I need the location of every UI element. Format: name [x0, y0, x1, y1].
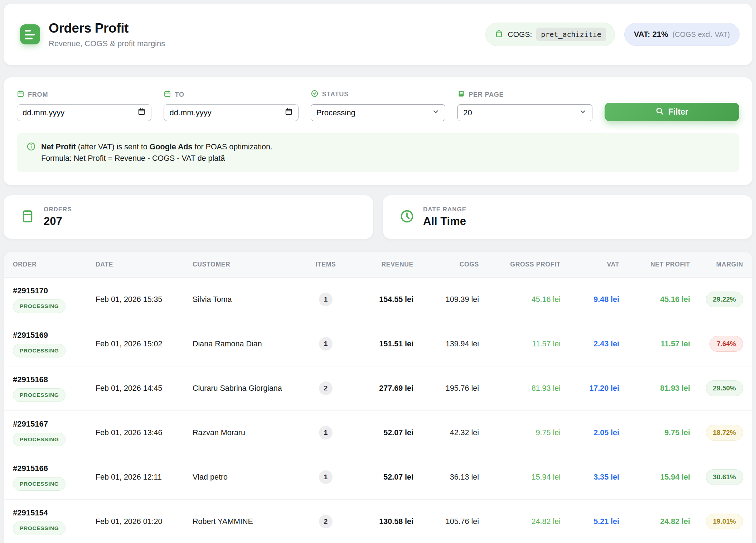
order-date: Feb 01, 2026 12:11	[96, 473, 193, 482]
col-revenue: REVENUE	[358, 261, 413, 268]
date-range-stat-card: DATE RANGE All Time	[383, 195, 752, 239]
from-date-input[interactable]: dd.mm.yyyy	[17, 104, 151, 121]
vat-value: 2.43 lei	[561, 340, 619, 349]
status-badge: PROCESSING	[13, 344, 66, 357]
gross-profit-value: 15.94 lei	[479, 473, 561, 482]
filter-button-label: Filter	[668, 107, 688, 117]
table-row[interactable]: #2915154 PROCESSING Feb 01, 2026 01:20 R…	[4, 500, 752, 543]
status-badge: PROCESSING	[13, 388, 66, 402]
cogs-value: 42.32 lei	[413, 428, 479, 437]
order-date: Feb 01, 2026 13:46	[96, 428, 193, 437]
status-selected-value: Processing	[316, 108, 355, 117]
order-date: Feb 01, 2026 15:35	[96, 295, 193, 304]
net-profit-value: 11.57 lei	[619, 340, 690, 349]
cogs-value: 36.13 lei	[413, 473, 479, 482]
to-label: TO	[164, 90, 298, 99]
items-count-chip: 1	[319, 293, 333, 306]
customer-name: Ciuraru Sabrina Giorgiana	[193, 384, 294, 393]
date-range-stat-value: All Time	[423, 215, 466, 228]
table-header: ORDER DATE CUSTOMER ITEMS REVENUE COGS G…	[4, 252, 752, 278]
per-page-select[interactable]: 20	[457, 104, 592, 121]
filter-fields: FROM dd.mm.yyyy TO dd.mm.yyyy	[17, 90, 739, 121]
col-order: ORDER	[13, 261, 96, 268]
col-items: ITEMS	[294, 261, 358, 268]
revenue-value: 52.07 lei	[358, 428, 413, 437]
revenue-value: 277.69 lei	[358, 384, 413, 393]
orders-stat-value: 207	[44, 215, 72, 228]
page-header: Orders Profit Revenue, COGS & profit mar…	[4, 4, 752, 65]
order-date: Feb 01, 2026 15:02	[96, 340, 193, 349]
orders-table: ORDER DATE CUSTOMER ITEMS REVENUE COGS G…	[4, 252, 752, 543]
order-id: #2915167	[13, 419, 48, 429]
info-text: Net Profit (after VAT) is sent to Google…	[41, 141, 272, 164]
revenue-value: 154.55 lei	[358, 295, 413, 304]
margin-badge: 29.50%	[706, 380, 743, 396]
calendar-picker-icon[interactable]	[285, 107, 293, 118]
vat-value: 3.35 lei	[561, 473, 619, 482]
vat-value: 9.48 lei	[561, 295, 619, 304]
table-row[interactable]: #2915168 PROCESSING Feb 01, 2026 14:45 C…	[4, 366, 752, 411]
vat-rate-badge: VAT: 21% (COGS excl. VAT)	[624, 23, 740, 46]
cogs-field-badge: COGS: pret_achizitie	[485, 23, 615, 46]
margin-badge: 18.72%	[706, 425, 743, 441]
per-page-field-group: PER PAGE 20	[457, 90, 592, 121]
chevron-down-icon	[432, 108, 440, 117]
per-page-label: PER PAGE	[457, 90, 592, 99]
to-date-input[interactable]: dd.mm.yyyy	[164, 104, 298, 121]
col-net-profit: NET PROFIT	[619, 261, 690, 268]
status-label: STATUS	[311, 90, 445, 99]
items-count-chip: 2	[319, 381, 333, 395]
filter-button[interactable]: Filter	[605, 103, 739, 121]
calendar-picker-icon[interactable]	[137, 107, 146, 118]
calendar-icon	[164, 90, 171, 99]
vat-rate-label: VAT: 21%	[634, 30, 668, 39]
order-id: #2915166	[13, 464, 48, 473]
per-page-selected-value: 20	[463, 108, 472, 117]
orders-profit-icon	[20, 24, 40, 44]
cogs-label: COGS:	[508, 30, 532, 39]
items-count-chip: 2	[319, 515, 333, 528]
col-cogs: COGS	[413, 261, 479, 268]
gross-profit-value: 45.16 lei	[479, 295, 561, 304]
margin-badge: 29.22%	[706, 292, 743, 307]
filter-panel: FROM dd.mm.yyyy TO dd.mm.yyyy	[4, 77, 752, 185]
cogs-field-value: pret_achizitie	[536, 28, 606, 41]
status-select[interactable]: Processing	[311, 104, 445, 121]
orders-stat-card: ORDERS 207	[4, 195, 373, 239]
table-row[interactable]: #2915167 PROCESSING Feb 01, 2026 13:46 R…	[4, 411, 752, 455]
cogs-value: 105.76 lei	[413, 517, 479, 526]
orders-box-icon	[20, 209, 35, 225]
order-date: Feb 01, 2026 14:45	[96, 384, 193, 393]
status-badge: PROCESSING	[13, 522, 66, 535]
margin-badge: 7.64%	[709, 336, 743, 352]
gross-profit-value: 24.82 lei	[479, 517, 561, 526]
items-count-chip: 1	[319, 337, 333, 351]
order-id: #2915170	[13, 286, 48, 295]
info-formula: Formula: Net Profit = Revenue - COGS - V…	[41, 153, 272, 164]
to-field-group: TO dd.mm.yyyy	[164, 90, 298, 121]
customer-name: Vlad petro	[193, 473, 294, 482]
vat-value: 17.20 lei	[561, 384, 619, 393]
net-profit-value: 24.82 lei	[619, 517, 690, 526]
net-profit-info: Net Profit (after VAT) is sent to Google…	[17, 133, 739, 172]
to-date-placeholder: dd.mm.yyyy	[169, 108, 211, 117]
status-badge: PROCESSING	[13, 433, 66, 446]
margin-badge: 30.61%	[706, 469, 743, 485]
margin-badge: 19.01%	[706, 514, 743, 529]
table-row[interactable]: #2915166 PROCESSING Feb 01, 2026 12:11 V…	[4, 455, 752, 500]
revenue-value: 52.07 lei	[358, 473, 413, 482]
from-label: FROM	[17, 90, 151, 99]
table-row[interactable]: #2915169 PROCESSING Feb 01, 2026 15:02 D…	[4, 322, 752, 366]
items-count-chip: 1	[319, 470, 333, 484]
check-circle-icon	[311, 90, 319, 99]
page-subtitle: Revenue, COGS & profit margins	[49, 39, 165, 48]
table-row[interactable]: #2915170 PROCESSING Feb 01, 2026 15:35 S…	[4, 278, 752, 322]
cogs-value: 109.39 lei	[413, 295, 479, 304]
customer-name: Razvan Moraru	[193, 428, 294, 437]
customer-name: Robert YAMMINE	[193, 517, 294, 526]
table-body: #2915170 PROCESSING Feb 01, 2026 15:35 S…	[4, 278, 752, 543]
vat-value: 5.21 lei	[561, 517, 619, 526]
col-customer: CUSTOMER	[193, 261, 294, 268]
net-profit-value: 81.93 lei	[619, 384, 690, 393]
net-profit-value: 45.16 lei	[619, 295, 690, 304]
